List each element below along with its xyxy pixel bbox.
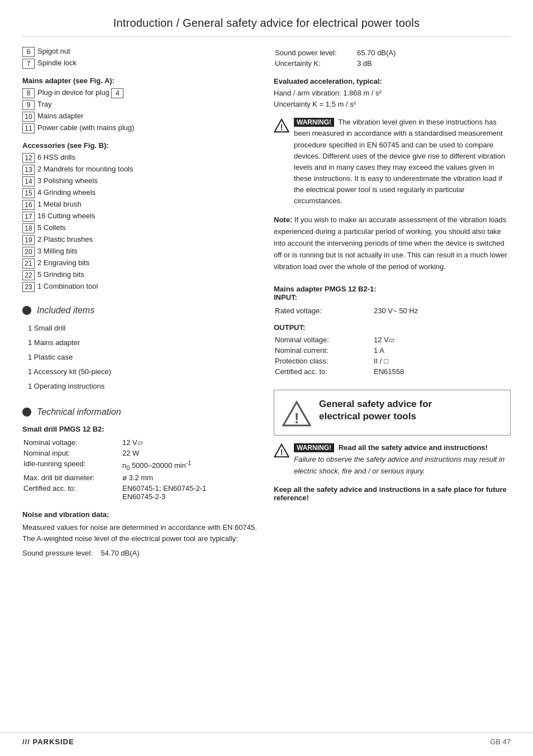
warning-label-2: WARNING! (294, 443, 334, 452)
warning-block-1: ! WARNING! The vibration level given in … (274, 117, 511, 207)
technical-info-label: Technical information (37, 407, 121, 417)
mains-adapter-input-table: Rated voltage: 230 V~ 50 Hz (274, 305, 419, 317)
table-row: Certified acc. to: EN61558 (275, 367, 404, 376)
included-items-list: 1 Small drill 1 Mains adapter 1 Plastic … (22, 321, 257, 394)
noise-heading: Noise and vibration data: (22, 510, 257, 519)
table-row: Max. drill bit diameter: ø 3.2 mm (23, 473, 206, 482)
acceleration-hand-arm: Hand / arm vibration: 1.868 m / s² (274, 88, 511, 99)
list-item: 8 Plug-in device for plug 4 (22, 88, 257, 98)
list-item: 225 Grinding bits (22, 270, 257, 280)
warning-triangle-icon-2: ! (274, 443, 289, 458)
list-item: 212 Engraving bits (22, 259, 257, 269)
sound-data-table: Sound power level: 65.70 dB(A) Uncertain… (274, 47, 397, 69)
list-item: 1 Operating instructions (28, 379, 257, 394)
page-title: Introduction / General safety advice for… (22, 17, 511, 37)
mains-adapter-right-heading: Mains adapter PMGS 12 B2-1: INPUT: (274, 285, 511, 302)
mains-adapter-heading: Mains adapter (see Fig. A): (22, 76, 257, 85)
table-row: Nominal voltage: 12 V⏥ (23, 438, 206, 447)
warning-block-2: ! WARNING! Read all the safety advice an… (274, 442, 511, 477)
list-item: 11 Power cable (with mains plug) (22, 123, 257, 133)
list-item: 126 HSS drills (22, 153, 257, 163)
noise-section: Measured values for noise are determined… (22, 522, 257, 559)
table-row: Protection class: II / □ (275, 356, 404, 366)
list-item: 231 Combination tool (22, 282, 257, 292)
table-row: Certified acc. to: EN60745-1; EN60745-2-… (23, 484, 206, 501)
list-item: 1 Plastic case (28, 350, 257, 365)
table-row: Uncertainty K: 3 dB (275, 59, 396, 68)
mains-adapter-output-table: Nominal voltage: 12 V⏥ Nominal current: … (274, 334, 405, 377)
list-item: 1 Small drill (28, 321, 257, 336)
accessories-items: 126 HSS drills 132 Mandrels for mounting… (22, 153, 257, 292)
list-item: 9 Tray (22, 100, 257, 110)
page-number: GB 47 (490, 738, 511, 746)
parkside-brand: /// PARKSIDE (22, 738, 74, 746)
table-row: Idle-running speed: n0 5000–20000 min-1 (23, 459, 206, 472)
top-items: 6 Spigot nut 7 Spindle lock (22, 47, 257, 69)
table-row: Rated voltage: 230 V~ 50 Hz (275, 306, 418, 315)
list-item: 1 Accessory kit (50-piece) (28, 365, 257, 379)
warning-triangle-icon: ! (274, 118, 289, 133)
accessories-heading: Accessories (see Fig. B): (22, 141, 257, 150)
list-item: 1716 Cutting wheels (22, 212, 257, 222)
included-items-section: Included items 1 Small drill 1 Mains ada… (22, 305, 257, 394)
right-column: Sound power level: 65.70 dB(A) Uncertain… (274, 47, 511, 564)
mains-adapter-items: 8 Plug-in device for plug 4 9 Tray 10 Ma… (22, 88, 257, 133)
small-drill-table: Nominal voltage: 12 V⏥ Nominal input: 22… (22, 437, 207, 503)
table-row: Sound power level: 65.70 dB(A) (275, 48, 396, 58)
keep-safe-text: Keep all the safety advice and instructi… (274, 485, 511, 502)
warning-label-1: WARNING! (294, 118, 334, 127)
included-items-label: Included items (37, 305, 94, 315)
general-safety-triangle-icon: ! (282, 400, 311, 427)
mains-adapter-right: Mains adapter PMGS 12 B2-1: INPUT: Rated… (274, 285, 511, 377)
list-item: 1 Mains adapter (28, 336, 257, 350)
included-items-heading: Included items (22, 305, 257, 315)
note-block: Note: If you wish to make an accurate as… (274, 214, 511, 272)
small-drill-heading: Small drill PMGS 12 B2: (22, 425, 257, 433)
left-column: 6 Spigot nut 7 Spindle lock Mains adapte… (22, 47, 257, 564)
list-item: 6 Spigot nut (22, 47, 257, 57)
bullet-icon (22, 306, 31, 315)
svg-text:!: ! (280, 123, 283, 132)
list-item: 161 Metal brush (22, 200, 257, 210)
output-heading: OUTPUT: (274, 323, 511, 332)
acceleration-uncertainty: Uncertainty K = 1.5 m / s² (274, 99, 511, 110)
page: Introduction / General safety advice for… (0, 0, 533, 756)
table-row: Nominal input: 22 W (23, 448, 206, 458)
general-safety-title: General safety advice forelectrical powe… (319, 398, 432, 423)
technical-info-section: Technical information Small drill PMGS 1… (22, 407, 257, 559)
list-item: 154 Grinding wheels (22, 188, 257, 198)
list-item: 132 Mandrels for mounting tools (22, 165, 257, 175)
acceleration-section: Evaluated acceleration, typical: Hand / … (274, 77, 511, 110)
warning-text-1: WARNING! The vibration level given in th… (294, 117, 511, 207)
general-safety-box: ! General safety advice forelectrical po… (274, 390, 511, 436)
list-item: 7 Spindle lock (22, 59, 257, 69)
list-item: 192 Plastic brushes (22, 235, 257, 245)
list-item: 143 Polishing wheels (22, 176, 257, 186)
list-item: 10 Mains adapter (22, 112, 257, 122)
technical-info-heading: Technical information (22, 407, 257, 417)
table-row: Nominal current: 1 A (275, 346, 404, 355)
svg-text:!: ! (280, 448, 283, 457)
main-content: 6 Spigot nut 7 Spindle lock Mains adapte… (22, 47, 511, 564)
footer: /// PARKSIDE GB 47 (0, 733, 533, 746)
bullet-icon (22, 408, 31, 417)
acceleration-heading: Evaluated acceleration, typical: (274, 77, 511, 85)
list-item: 185 Collets (22, 223, 257, 233)
table-row: Nominal voltage: 12 V⏥ (275, 335, 404, 344)
svg-text:!: ! (294, 410, 299, 427)
list-item: 203 Milling bits (22, 247, 257, 257)
